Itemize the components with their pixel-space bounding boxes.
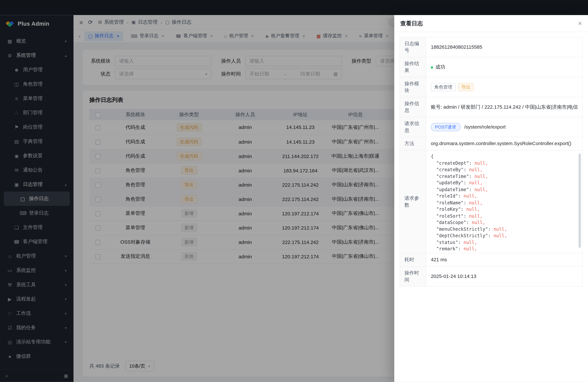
json-line: "remark": null, bbox=[431, 246, 578, 253]
label-module: 操作模块 bbox=[400, 77, 426, 97]
json-line: "roleSort": null, bbox=[431, 213, 578, 219]
request-params-json[interactable]: { "createDept": null, "createBy": null, … bbox=[426, 150, 582, 253]
json-line: "createDept": null, bbox=[431, 160, 578, 167]
json-line: "deptCheckStrictly": null, bbox=[431, 233, 578, 239]
label-operation-info: 操作信息 bbox=[400, 97, 426, 117]
label-request-info: 请求信息 bbox=[400, 117, 426, 137]
action-tag: 导出 bbox=[458, 83, 474, 91]
json-line: { bbox=[431, 153, 578, 160]
operation-time-value: 2025-01-24 10:14:13 bbox=[426, 266, 583, 286]
method-value: org.dromara.system.controller.system.Sys… bbox=[426, 137, 583, 150]
json-line: "createTime": null, bbox=[431, 173, 578, 180]
viewport: Plus Admin ▦ 概览 ▾ ⚙ 系统管理 ▴ ☻ 用户管理 bbox=[0, 0, 588, 382]
module-tag: 角色管理 bbox=[431, 83, 456, 91]
label-log-id: 日志编号 bbox=[400, 37, 426, 57]
json-line: "createBy": null, bbox=[431, 167, 578, 173]
request-method-tag: POST请求 bbox=[431, 123, 461, 131]
json-line: "menuCheckStrictly": null, bbox=[431, 226, 578, 233]
json-line: "roleName": null, bbox=[431, 200, 578, 206]
json-line: "status": null, bbox=[431, 239, 578, 246]
success-dot-icon bbox=[431, 66, 433, 68]
log-id-value: 1882612840802115585 bbox=[426, 37, 583, 57]
label-method: 方法 bbox=[400, 137, 426, 150]
label-request-params: 请求参数 bbox=[400, 150, 426, 253]
json-line: "dataScope": null, bbox=[431, 219, 578, 226]
log-detail-table: 日志编号 1882612840802115585 操作结果 成功 操作模块 角色… bbox=[399, 37, 583, 287]
duration-value: 421 ms bbox=[426, 253, 583, 266]
json-line: "roleKey": null, bbox=[431, 206, 578, 213]
label-result: 操作结果 bbox=[400, 57, 426, 77]
operation-info-value: 账号: admin / 研发部门 / 222.175.114.242 / 中国|… bbox=[426, 97, 583, 117]
drawer-body: 日志编号 1882612840802115585 操作结果 成功 操作模块 角色… bbox=[394, 32, 588, 382]
window-titlebar bbox=[0, 0, 588, 15]
json-line: "updateTime": null, bbox=[431, 186, 578, 193]
json-line: "roleId": null, bbox=[431, 193, 578, 200]
scrollbar-thumb[interactable] bbox=[579, 153, 581, 248]
json-line: "updateBy": null, bbox=[431, 180, 578, 186]
drawer-title: 查看日志 bbox=[400, 20, 423, 27]
drawer-header: 查看日志 × bbox=[394, 15, 588, 32]
request-url-value: /system/role/export bbox=[464, 124, 506, 130]
label-operation-time: 操作时间 bbox=[400, 266, 426, 286]
result-value: 成功 bbox=[436, 64, 445, 70]
label-duration: 耗时 bbox=[400, 253, 426, 266]
drawer-close-button[interactable]: × bbox=[578, 20, 582, 27]
view-log-drawer: 查看日志 × 日志编号 1882612840802115585 操作结果 成功 … bbox=[394, 15, 588, 382]
